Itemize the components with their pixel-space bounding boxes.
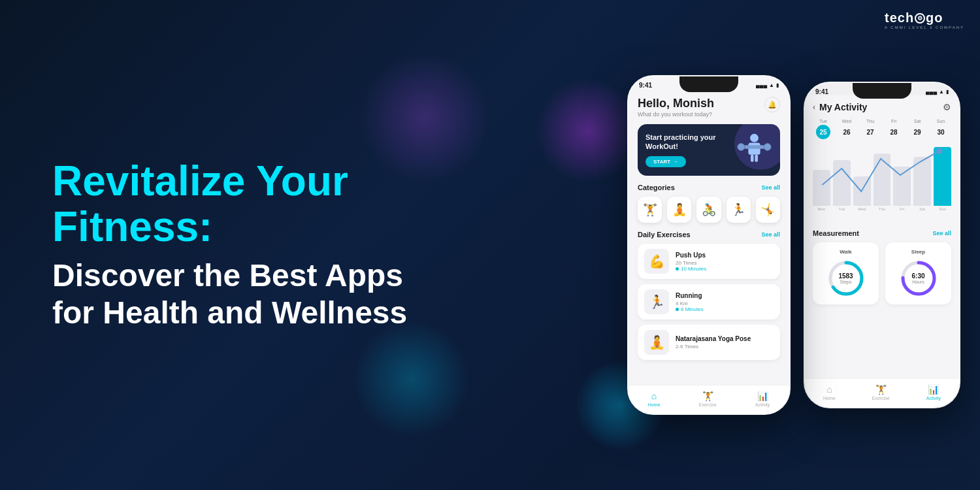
greeting-hello: Hello, Monish bbox=[638, 97, 714, 110]
activity-icon: 📊 bbox=[757, 391, 768, 401]
nav-exercise[interactable]: 🏋 Exercise bbox=[699, 391, 717, 407]
cal-day-wed[interactable]: Wed 26 bbox=[836, 119, 857, 139]
nav-activity[interactable]: 📊 Activity bbox=[755, 391, 770, 407]
categories-row: 🏋️ 🧘 🚴 🏃 🤸 bbox=[638, 197, 780, 223]
home-icon-2: ⌂ bbox=[826, 384, 832, 395]
bar-mon-fill bbox=[813, 170, 830, 206]
phone-1-bottom-nav: ⌂ Home 🏋 Exercise 📊 Activity bbox=[629, 385, 789, 414]
banner-title: Start practicing your WorkOut! bbox=[645, 133, 731, 152]
bar-sun-fill bbox=[934, 147, 951, 206]
greeting-sub: What do you workout today? bbox=[638, 111, 714, 118]
phone-2-content: ‹ My Activity ⚙ Tue 25 Wed 26 Thu 27 bbox=[805, 95, 959, 401]
cal-day-num-fri: 28 bbox=[887, 125, 901, 139]
exercise-info-pushups: Push Ups 20 Times 10 Minutes bbox=[676, 252, 774, 272]
phone-2-header: ‹ My Activity ⚙ bbox=[813, 102, 951, 112]
time-dot-2 bbox=[676, 308, 679, 311]
exercise-detail-pushups: 20 Times bbox=[676, 260, 774, 266]
arrow-icon: → bbox=[673, 159, 678, 165]
category-item-3[interactable]: 🚴 bbox=[696, 197, 721, 223]
phone-2-bottom-nav: ⌂ Home 🏋 Exercise 📊 Activity bbox=[805, 378, 959, 407]
nav-exercise-label: Exercise bbox=[699, 402, 717, 407]
category-item-4[interactable]: 🏃 bbox=[727, 197, 751, 223]
brand-name: tech⚙go bbox=[885, 10, 964, 25]
bg-decoration-3 bbox=[536, 78, 640, 183]
svg-rect-5 bbox=[751, 155, 754, 162]
sleep-circle: 6:30 Hours bbox=[899, 259, 938, 298]
exercises-see-all[interactable]: See all bbox=[761, 231, 780, 238]
bar-thu-fill bbox=[874, 154, 891, 206]
bell-icon[interactable]: 🔔 bbox=[764, 97, 780, 112]
banner-text: Start practicing your WorkOut! START → bbox=[645, 133, 731, 168]
exercise-item-yoga[interactable]: 🧘 Natarajasana Yoga Pose 2-6 Times bbox=[638, 325, 780, 360]
exercise-icon-2: 🏋 bbox=[875, 384, 887, 395]
phone-1: 9:41 ▄▄▄ ▲ ▮ Hello, Monish What do you w… bbox=[627, 75, 791, 415]
bar-thu: Thu bbox=[874, 146, 891, 211]
cal-day-fri[interactable]: Fri 28 bbox=[883, 119, 904, 139]
phone-2-notch bbox=[853, 83, 911, 99]
chart-bars: Mon Tue Wed Thu bbox=[813, 146, 951, 211]
start-button[interactable]: START → bbox=[645, 156, 686, 167]
bar-tue: Tue bbox=[833, 146, 851, 211]
cal-day-sat[interactable]: Sat 29 bbox=[907, 119, 928, 139]
exercise-thumb-running: 🏃 bbox=[644, 289, 669, 314]
cal-day-tue[interactable]: Tue 25 bbox=[813, 119, 834, 139]
category-item-5[interactable]: 🤸 bbox=[756, 197, 780, 223]
bar-mon-label: Mon bbox=[818, 207, 826, 211]
measurement-see-all[interactable]: See all bbox=[932, 230, 951, 237]
phone-1-header: Hello, Monish What do you workout today?… bbox=[638, 97, 780, 118]
bar-sat-fill bbox=[913, 157, 931, 206]
nav2-exercise-label: Exercise bbox=[872, 396, 890, 400]
category-item-2[interactable]: 🧘 bbox=[667, 197, 691, 223]
categories-see-all[interactable]: See all bbox=[761, 184, 780, 191]
status-icons-2: ▄▄▄ ▲ ▮ bbox=[926, 89, 949, 95]
cal-day-num-thu: 27 bbox=[863, 125, 877, 139]
exercise-time-running: 6 Minutes bbox=[676, 306, 774, 312]
bar-tue-label: Tue bbox=[838, 207, 845, 211]
workout-figure bbox=[736, 132, 772, 168]
brand-logo: tech⚙go A CMMI LEVEL 3 Company bbox=[885, 10, 964, 29]
nav2-home-label: Home bbox=[823, 396, 836, 400]
phone-1-notch bbox=[679, 76, 738, 92]
nav-activity-label: Activity bbox=[755, 402, 770, 407]
category-item-1[interactable]: 🏋️ bbox=[638, 197, 662, 223]
cal-day-name-tue: Tue bbox=[819, 119, 827, 123]
exercise-info-yoga: Natarajasana Yoga Pose 2-6 Times bbox=[676, 335, 774, 350]
exercise-item-running[interactable]: 🏃 Running 4 Km 6 Minutes bbox=[638, 284, 780, 319]
signal-icon: ▄▄▄ bbox=[756, 82, 767, 88]
calendar-row: Tue 25 Wed 26 Thu 27 Fri 28 Sat 29 bbox=[813, 119, 951, 139]
exercise-detail-yoga: 2-6 Times bbox=[676, 344, 774, 350]
bar-sun: Sun bbox=[934, 146, 951, 211]
walk-value: 1583 Steps bbox=[838, 272, 853, 284]
walk-number: 1583 bbox=[838, 272, 853, 280]
back-arrow[interactable]: ‹ bbox=[813, 103, 815, 112]
cal-day-num-wed: 26 bbox=[840, 125, 854, 139]
status-time-1: 9:41 bbox=[639, 82, 652, 89]
exercise-name-pushups: Push Ups bbox=[676, 252, 774, 259]
cal-day-num-sun: 30 bbox=[934, 125, 948, 139]
exercise-info-running: Running 4 Km 6 Minutes bbox=[676, 292, 774, 312]
status-time-2: 9:41 bbox=[815, 88, 828, 95]
nav2-exercise[interactable]: 🏋 Exercise bbox=[872, 384, 890, 400]
exercise-item-pushups[interactable]: 💪 Push Ups 20 Times 10 Minutes bbox=[638, 244, 780, 279]
bg-decoration-2 bbox=[353, 320, 470, 438]
activity-icon-2: 📊 bbox=[928, 384, 939, 395]
exercise-thumb-yoga: 🧘 bbox=[644, 330, 669, 355]
nav-home[interactable]: ⌂ Home bbox=[648, 391, 661, 407]
phone-1-content: Hello, Monish What do you workout today?… bbox=[629, 89, 789, 405]
phone-2: 9:41 ▄▄▄ ▲ ▮ ‹ My Activity ⚙ Tue 25 bbox=[804, 82, 960, 408]
measurement-sleep: Sleep 6:30 Hours bbox=[885, 242, 951, 304]
categories-title: Categories bbox=[638, 184, 675, 191]
bar-wed: Wed bbox=[853, 146, 871, 211]
nav2-home[interactable]: ⌂ Home bbox=[823, 384, 836, 400]
exercise-name-yoga: Natarajasana Yoga Pose bbox=[676, 335, 774, 342]
cal-day-name-sun: Sun bbox=[937, 119, 945, 123]
measurement-walk: Walk 1583 Steps bbox=[813, 242, 879, 304]
cal-day-sun[interactable]: Sun 30 bbox=[930, 119, 951, 139]
measurement-header: Measurement See all bbox=[813, 229, 951, 237]
bar-sat-label: Sat bbox=[919, 207, 925, 211]
nav2-activity[interactable]: 📊 Activity bbox=[926, 384, 941, 400]
svg-point-4 bbox=[764, 143, 771, 150]
nav-home-label: Home bbox=[648, 402, 661, 407]
settings-icon[interactable]: ⚙ bbox=[943, 102, 951, 112]
cal-day-thu[interactable]: Thu 27 bbox=[860, 119, 881, 139]
